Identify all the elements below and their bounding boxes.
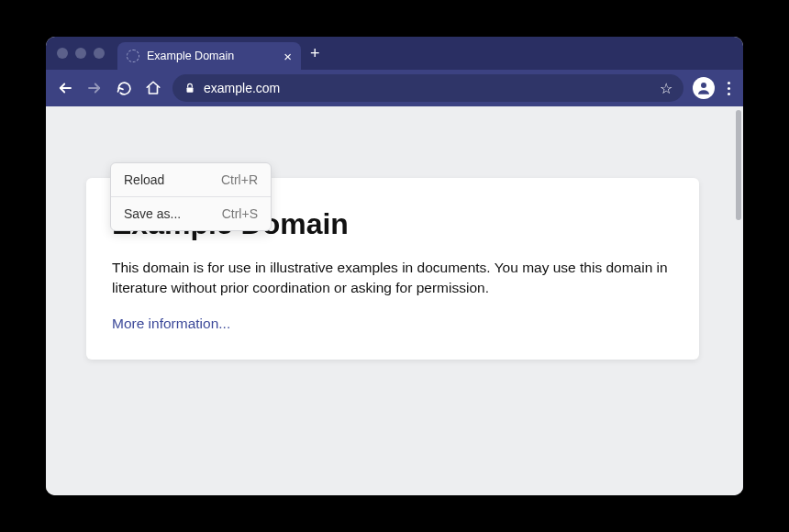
profile-button[interactable] [693,77,715,99]
reload-button[interactable] [114,78,134,98]
scrollbar[interactable] [736,110,741,220]
menu-item-label: Reload [124,172,164,187]
window-controls [57,48,105,59]
maximize-window-button[interactable] [94,48,105,59]
close-tab-icon[interactable]: × [283,50,292,63]
tab-title: Example Domain [147,50,276,62]
menu-item-label: Save as... [124,206,181,221]
forward-button[interactable] [84,78,105,98]
page-content: Example Domain This domain is for use in… [46,106,743,495]
toolbar: example.com ☆ [46,70,743,106]
more-info-link[interactable]: More information... [112,316,230,331]
kebab-dot-icon [728,93,730,95]
home-icon [145,80,161,96]
new-tab-button[interactable]: + [310,44,320,63]
page-paragraph: This domain is for use in illustrative e… [112,258,673,299]
arrow-right-icon [86,80,103,96]
bookmark-icon[interactable]: ☆ [660,80,672,97]
browser-window: Example Domain × + example.com ☆ [46,37,743,495]
context-menu: Reload Ctrl+R Save as... Ctrl+S [110,162,272,231]
kebab-dot-icon [728,82,730,84]
menu-item-save-as[interactable]: Save as... Ctrl+S [111,199,271,228]
url-text: example.com [204,81,652,95]
browser-tab[interactable]: Example Domain × [117,42,301,70]
menu-item-shortcut: Ctrl+R [221,172,258,187]
back-button[interactable] [55,78,75,98]
home-button[interactable] [143,78,163,98]
user-icon [695,80,712,96]
menu-button[interactable] [724,78,734,99]
menu-separator [111,196,271,197]
menu-item-shortcut: Ctrl+S [222,206,258,221]
arrow-left-icon [57,80,73,96]
favicon-icon [127,50,139,62]
titlebar: Example Domain × + [46,37,743,70]
address-bar[interactable]: example.com ☆ [172,74,683,102]
svg-rect-2 [187,87,194,92]
kebab-dot-icon [728,87,730,90]
lock-icon [183,82,196,94]
reload-icon [117,81,132,96]
close-window-button[interactable] [57,48,68,59]
minimize-window-button[interactable] [75,48,86,59]
svg-point-3 [701,83,706,88]
menu-item-reload[interactable]: Reload Ctrl+R [111,165,271,194]
